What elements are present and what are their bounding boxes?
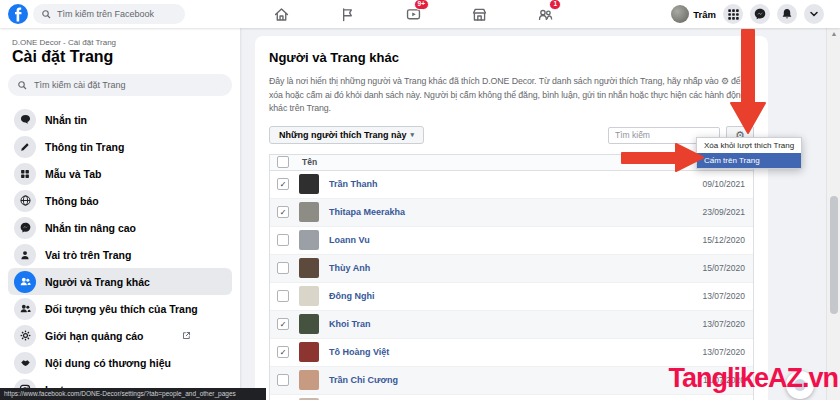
account-menu-button[interactable] <box>804 4 824 24</box>
settings-search-input[interactable] <box>32 79 216 91</box>
section-description: Đây là nơi hiển thị những người và Trang… <box>269 75 754 116</box>
nav-watch-button[interactable]: 9+ <box>394 2 432 26</box>
browser-status-bar: https://www.facebook.com/DONE-Decor/sett… <box>0 388 266 400</box>
tabs-icon <box>14 163 36 185</box>
like-date: 23/09/2021 <box>702 207 745 217</box>
chevron-down-icon <box>808 8 820 20</box>
notifications-button[interactable] <box>777 4 797 24</box>
facebook-logo-icon[interactable] <box>8 4 28 24</box>
nav-home-button[interactable] <box>262 2 300 26</box>
row-checkbox[interactable]: ✓ <box>277 206 289 218</box>
sidebar-item-label: Thông tin Trang <box>45 141 124 153</box>
home-icon <box>273 6 290 23</box>
sidebar-item-messenger[interactable]: Nhắn tin nâng cao <box>8 214 232 241</box>
table-row: Đông Nghi13/07/2020 <box>270 283 753 311</box>
person-name-link[interactable]: Thitapa Meerakha <box>329 207 405 217</box>
person-name-link[interactable]: Loann Vu <box>329 235 370 245</box>
pencil-icon <box>14 136 36 158</box>
browser-scrollbar[interactable]: ▲ <box>826 28 840 400</box>
audience-icon <box>14 298 36 320</box>
person-name-link[interactable]: Trần Thanh <box>329 179 378 189</box>
breadcrumb: D.ONE Decor - Cài đặt Trang <box>12 38 232 47</box>
notification-badge: 9+ <box>414 0 429 10</box>
facebook-search-input[interactable] <box>55 8 177 20</box>
sidebar-item-label: Nhắn tin nâng cao <box>45 222 136 234</box>
marketplace-icon <box>471 6 488 23</box>
like-date: 13/07/2020 <box>702 291 745 301</box>
avatar <box>299 370 319 390</box>
row-checkbox[interactable] <box>277 262 289 274</box>
facebook-search[interactable] <box>33 4 185 24</box>
name-column-header: Tên <box>302 157 317 167</box>
table-row: ✓Thitapa Meerakha23/09/2021 <box>270 199 753 227</box>
nav-marketplace-button[interactable] <box>460 2 498 26</box>
top-header: 9+1 Trâm <box>0 0 840 28</box>
sidebar-item-people[interactable]: Người và Trang khác <box>8 268 232 295</box>
table-row: Loann Vu15/12/2020 <box>270 227 753 255</box>
pages-icon <box>339 6 356 23</box>
profile-chip[interactable]: Trâm <box>671 5 716 23</box>
sidebar-item-label: Người và Trang khác <box>45 276 150 288</box>
sidebar-item-tabs[interactable]: Mẫu và Tab <box>8 160 232 187</box>
scrollbar-thumb[interactable] <box>830 196 838 314</box>
avatar <box>299 314 319 334</box>
nav-groups-button[interactable]: 1 <box>526 2 564 26</box>
person-name-link[interactable]: Thùy Anh <box>329 263 370 273</box>
table-row: ✓Trần Thanh09/10/2021 <box>270 171 753 199</box>
row-checkbox[interactable] <box>277 290 289 302</box>
messenger-icon <box>753 7 767 21</box>
watermark: TanglikeAZ.vn <box>668 363 838 394</box>
like-date: 15/07/2020 <box>702 263 745 273</box>
search-icon <box>41 9 51 19</box>
row-checkbox[interactable] <box>277 234 289 246</box>
search-icon <box>17 80 27 90</box>
sidebar-item-label: Thông báo <box>45 195 99 207</box>
messenger-icon <box>14 217 36 239</box>
select-all-checkbox[interactable] <box>277 156 289 168</box>
sidebar-item-label: Mẫu và Tab <box>45 168 101 180</box>
person-name-link[interactable]: Đông Nghi <box>329 291 375 301</box>
globe-icon <box>14 190 36 212</box>
menu-item-remove-like[interactable]: Xóa khỏi lượt thích Trang <box>697 138 801 153</box>
sidebar-item-chat[interactable]: Nhắn tin <box>8 106 232 133</box>
avatar <box>299 202 319 222</box>
person-name-link[interactable]: Trần Chi Cương <box>329 375 398 385</box>
sidebar-item-gear[interactable]: Giới hạn quảng cáo <box>8 322 232 349</box>
filter-dropdown-button[interactable]: Những người thích Trang này ▾ <box>269 126 424 144</box>
like-date: 15/12/2020 <box>702 235 745 245</box>
table-row: ✓Khoi Tran13/07/2020 <box>270 311 753 339</box>
sidebar-item-globe[interactable]: Thông báo <box>8 187 232 214</box>
sidebar-item-branded[interactable]: Nội dung có thương hiệu <box>8 349 232 376</box>
like-date: 13/07/2020 <box>702 347 745 357</box>
sidebar-item-audience[interactable]: Đối tượng yêu thích của Trang <box>8 295 232 322</box>
apps-menu-button[interactable] <box>723 4 743 24</box>
sidebar-item-person[interactable]: Vai trò trên Trang <box>8 241 232 268</box>
person-icon <box>14 244 36 266</box>
menu-item-ban-from-page[interactable]: Cấm trên Trang <box>697 153 801 168</box>
row-checkbox[interactable]: ✓ <box>277 178 289 190</box>
sidebar-item-label: Vai trò trên Trang <box>45 249 131 261</box>
table-row: Thùy Anh15/07/2020 <box>270 255 753 283</box>
scrollbar-up-arrow[interactable]: ▲ <box>827 30 840 37</box>
row-checkbox[interactable]: ✓ <box>277 346 289 358</box>
row-checkbox[interactable] <box>277 374 289 386</box>
sidebar-item-label: Nhắn tin <box>45 114 87 126</box>
messenger-button[interactable] <box>750 4 770 24</box>
person-name-link[interactable]: Khoi Tran <box>329 319 371 329</box>
bell-icon <box>780 7 794 21</box>
people-icon <box>14 271 36 293</box>
person-name-link[interactable]: Tô Hoàng Việt <box>329 347 389 357</box>
profile-name: Trâm <box>693 9 716 20</box>
like-date: 09/10/2021 <box>702 179 745 189</box>
main-panel: Người và Trang khác Đây là nơi hiển thị … <box>255 36 768 400</box>
avatar <box>299 342 319 362</box>
avatar <box>299 174 319 194</box>
nav-pages-button[interactable] <box>328 2 366 26</box>
external-link-icon <box>181 330 192 341</box>
avatar <box>299 286 319 306</box>
row-checkbox[interactable]: ✓ <box>277 318 289 330</box>
settings-search[interactable] <box>8 74 232 96</box>
sidebar-item-pencil[interactable]: Thông tin Trang <box>8 133 232 160</box>
gear-dropdown-menu: Xóa khỏi lượt thích TrangCấm trên Trang <box>696 137 802 169</box>
chat-icon <box>14 109 36 131</box>
